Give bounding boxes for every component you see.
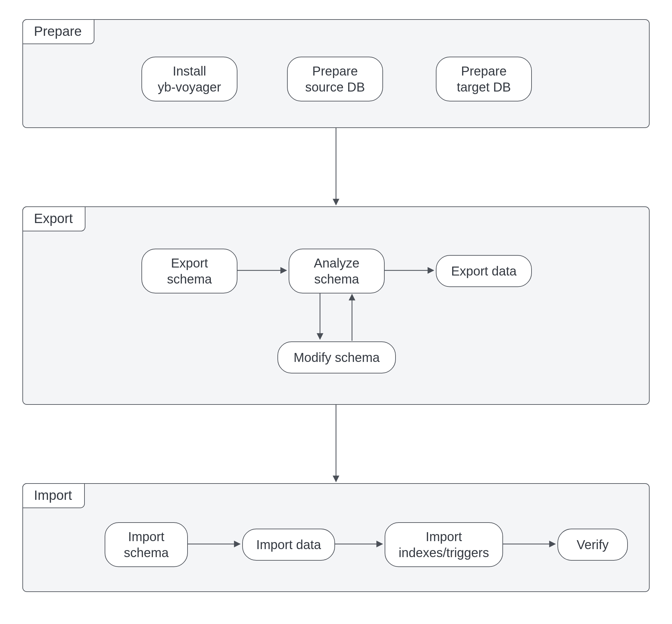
phase-prepare-label: Prepare bbox=[34, 24, 82, 39]
node-import-indexes-triggers: Importindexes/triggers bbox=[385, 522, 503, 567]
node-import-data: Import data bbox=[242, 529, 335, 561]
node-export-schema-label: Exportschema bbox=[167, 255, 212, 287]
node-prepare-source-db-label: Preparesource DB bbox=[305, 63, 365, 95]
node-analyze-schema-label: Analyzeschema bbox=[314, 255, 359, 287]
phase-import-tab: Import bbox=[22, 483, 85, 508]
node-prepare-target-db: Preparetarget DB bbox=[436, 57, 532, 101]
node-import-schema: Importschema bbox=[105, 522, 188, 567]
phase-import: Import Importschema Import data Importin… bbox=[22, 483, 650, 592]
phase-prepare: Prepare Installyb-voyager Preparesource … bbox=[22, 19, 650, 128]
node-modify-schema: Modify schema bbox=[278, 341, 396, 373]
node-import-schema-label: Importschema bbox=[124, 529, 169, 561]
phase-import-label: Import bbox=[34, 488, 72, 503]
node-prepare-source-db: Preparesource DB bbox=[287, 57, 383, 101]
node-modify-schema-label: Modify schema bbox=[294, 349, 380, 365]
phase-export: Export Exportschema Analyzeschema Export… bbox=[22, 206, 650, 405]
node-analyze-schema: Analyzeschema bbox=[289, 249, 385, 293]
node-install-yb-voyager: Installyb-voyager bbox=[141, 57, 237, 101]
node-prepare-target-db-label: Preparetarget DB bbox=[457, 63, 511, 95]
node-import-indexes-triggers-label: Importindexes/triggers bbox=[399, 529, 489, 561]
phase-export-label: Export bbox=[34, 211, 73, 226]
node-import-data-label: Import data bbox=[256, 537, 321, 553]
node-export-schema: Exportschema bbox=[141, 249, 237, 293]
node-verify: Verify bbox=[558, 529, 628, 561]
node-export-data: Export data bbox=[436, 255, 532, 287]
diagram-canvas: Prepare Installyb-voyager Preparesource … bbox=[0, 0, 672, 624]
phase-export-tab: Export bbox=[22, 206, 85, 231]
node-export-data-label: Export data bbox=[451, 263, 517, 279]
node-verify-label: Verify bbox=[577, 537, 609, 553]
phase-prepare-tab: Prepare bbox=[22, 19, 95, 44]
node-install-yb-voyager-label: Installyb-voyager bbox=[158, 63, 221, 95]
